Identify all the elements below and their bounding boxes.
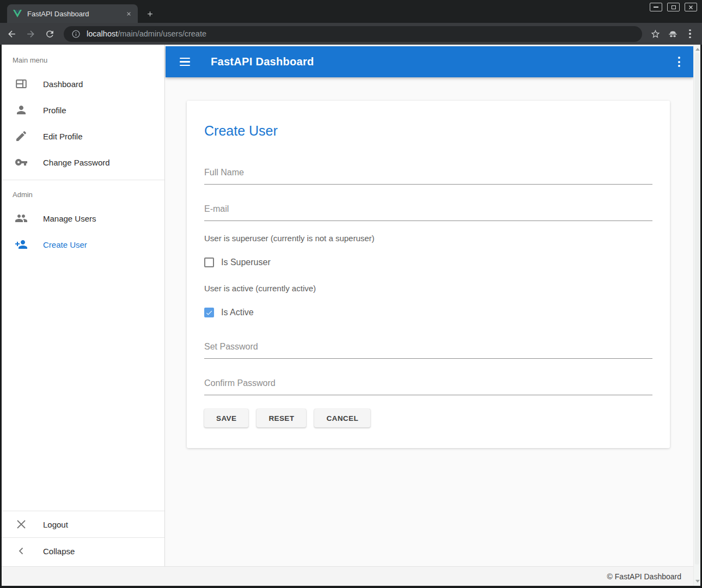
sidebar-item-label: Logout	[43, 520, 68, 529]
window-close-button[interactable]	[685, 3, 697, 11]
confirm-password-field[interactable]	[204, 374, 652, 395]
person-icon	[15, 103, 28, 117]
app-bar: FastAPI Dashboard	[166, 46, 693, 77]
sidebar-item-label: Create User	[43, 240, 87, 249]
hamburger-menu-icon[interactable]	[180, 58, 190, 66]
active-hint: User is active (currently active)	[204, 284, 652, 293]
new-tab-button[interactable]	[143, 7, 157, 21]
cancel-button[interactable]: CANCEL	[314, 409, 370, 427]
browser-tab[interactable]: FastAPI Dashboard	[7, 4, 138, 23]
bookmark-star-icon[interactable]	[648, 26, 663, 41]
tab-close-icon[interactable]	[124, 9, 133, 19]
app-bar-menu-button[interactable]	[678, 57, 680, 67]
sidebar-item-label: Change Password	[43, 158, 110, 167]
is-superuser-label: Is Superuser	[221, 258, 271, 267]
sidebar-header-main-menu: Main menu	[2, 50, 164, 71]
browser-menu-button[interactable]	[682, 26, 698, 41]
is-active-checkbox-row[interactable]: Is Active	[204, 307, 652, 318]
sidebar-item-dashboard[interactable]: Dashboard	[2, 71, 164, 97]
superuser-hint: User is superuser (currently is not a su…	[204, 234, 652, 243]
key-icon	[15, 156, 28, 169]
scroll-up-arrow-icon[interactable]	[694, 46, 700, 53]
close-icon	[15, 518, 28, 531]
sidebar-item-collapse[interactable]: Collapse	[2, 538, 164, 564]
sidebar-divider	[2, 180, 164, 180]
is-superuser-checkbox-row[interactable]: Is Superuser	[204, 257, 652, 268]
footer-copyright: © FastAPI Dashboard	[607, 572, 681, 581]
kebab-icon	[689, 29, 691, 39]
person-add-icon	[15, 238, 28, 251]
url-text: localhost/main/admin/users/create	[87, 29, 206, 38]
browser-tab-strip: FastAPI Dashboard	[0, 0, 702, 23]
scroll-down-arrow-icon[interactable]	[694, 578, 700, 585]
scrollbar-thumb[interactable]	[695, 53, 699, 565]
main-content: FastAPI Dashboard Create User User is su…	[166, 45, 693, 566]
sidebar-item-label: Manage Users	[43, 214, 96, 223]
reset-button[interactable]: RESET	[257, 409, 306, 427]
address-bar[interactable]: localhost/main/admin/users/create	[64, 26, 642, 42]
sidebar-item-logout[interactable]: Logout	[2, 511, 164, 537]
reload-button[interactable]	[42, 26, 57, 41]
is-superuser-checkbox[interactable]	[204, 258, 214, 267]
sidebar-item-label: Edit Profile	[43, 132, 83, 141]
page-title: Create User	[204, 123, 652, 139]
set-password-field[interactable]	[204, 338, 652, 359]
full-name-field[interactable]	[204, 163, 652, 185]
create-user-card: Create User User is superuser (currently…	[187, 101, 670, 448]
sidebar-item-label: Dashboard	[43, 79, 83, 89]
form-buttons: SAVE RESET CANCEL	[204, 409, 652, 427]
sidebar-spacer	[2, 258, 164, 506]
email-field[interactable]	[204, 200, 652, 221]
sidebar-item-edit-profile[interactable]: Edit Profile	[2, 123, 164, 149]
sidebar-item-change-password[interactable]: Change Password	[2, 149, 164, 175]
pencil-icon	[15, 130, 28, 143]
vue-logo-icon	[13, 9, 22, 18]
sidebar-header-admin: Admin	[2, 185, 164, 205]
sidebar: Main menu Dashboard Profile Edit Profile…	[2, 45, 165, 566]
back-button[interactable]	[4, 26, 19, 41]
browser-toolbar: localhost/main/admin/users/create	[0, 23, 702, 45]
chevron-left-icon	[15, 544, 28, 558]
window-controls	[650, 3, 697, 11]
sidebar-item-create-user[interactable]: Create User	[2, 231, 164, 258]
sidebar-item-label: Profile	[43, 106, 66, 115]
is-active-checkbox[interactable]	[204, 308, 214, 317]
sidebar-item-label: Collapse	[43, 547, 75, 556]
incognito-icon	[665, 26, 680, 41]
sidebar-item-manage-users[interactable]: Manage Users	[2, 205, 164, 231]
window-minimize-button[interactable]	[650, 3, 662, 11]
is-active-label: Is Active	[221, 308, 254, 317]
page-scrollbar[interactable]	[693, 45, 700, 586]
page-footer: © FastAPI Dashboard	[2, 566, 693, 586]
forward-button[interactable]	[23, 26, 38, 41]
people-icon	[15, 212, 28, 225]
site-info-icon[interactable]	[71, 29, 81, 39]
url-path: /main/admin/users/create	[118, 29, 206, 38]
app-bar-title: FastAPI Dashboard	[211, 56, 314, 68]
dashboard-icon	[15, 77, 28, 90]
tab-title: FastAPI Dashboard	[27, 10, 124, 18]
page-viewport: Main menu Dashboard Profile Edit Profile…	[2, 45, 700, 586]
save-button[interactable]: SAVE	[204, 409, 248, 427]
window-maximize-button[interactable]	[667, 3, 680, 11]
sidebar-item-profile[interactable]: Profile	[2, 97, 164, 123]
url-host: localhost	[87, 29, 118, 38]
